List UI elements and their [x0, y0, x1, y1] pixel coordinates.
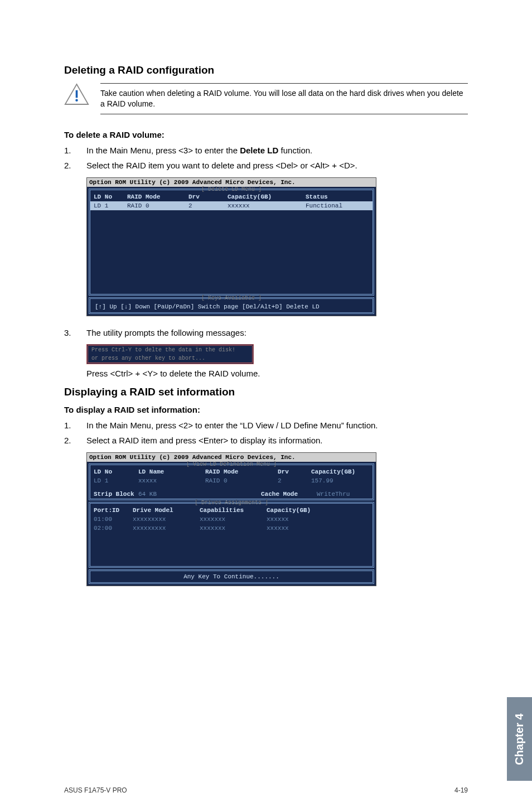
warning-icon: [64, 83, 89, 108]
cell: LD 1: [94, 477, 138, 484]
col-header: Port:ID: [94, 507, 133, 514]
step-text: Select a RAID item and press <Enter> to …: [86, 434, 468, 447]
text: function.: [278, 146, 312, 155]
cell: xxxxxxx: [200, 516, 267, 523]
col-header: Capacity(GB): [228, 194, 306, 200]
bios-delete-ld-screenshot: Option ROM Utility (c) 2009 Advanced Mic…: [86, 177, 376, 316]
col-header: LD No: [94, 194, 127, 200]
cell: xxxxxxxxx: [133, 516, 200, 523]
heading-deleting-raid: Deleting a RAID configuration: [64, 64, 468, 76]
cell: xxxxxx: [228, 202, 306, 209]
bios-confirm-prompt: Press Ctrl-Y to delte the data in the di…: [86, 344, 254, 364]
bios-view-ld-screenshot: Option ROM Utility (c) 2009 Advanced Mic…: [86, 452, 376, 586]
footer-page-number: 4-19: [454, 786, 468, 794]
cell: 2: [188, 202, 228, 209]
footer-product: ASUS F1A75-V PRO: [64, 786, 127, 794]
panel-title: [ Delete LD Menu ]: [90, 186, 373, 192]
step-number: 1.: [64, 144, 86, 157]
cell: 02:00: [94, 525, 133, 532]
col-header: Drv: [188, 194, 228, 200]
step-number: 2.: [64, 434, 86, 447]
col-header: Drv: [278, 468, 311, 475]
panel-title: [ Keys Available ]: [90, 295, 373, 301]
value: 64 KB: [138, 491, 188, 497]
col-header: Drive Model: [133, 507, 200, 514]
subtitle-display-info: To display a RAID set information:: [64, 405, 468, 414]
continue-prompt: Any Key To Continue.......: [90, 571, 373, 582]
cell: xxxxxxx: [200, 525, 267, 532]
table-row-selected: LD 1 RAID 0 2 xxxxxx Functional: [90, 201, 373, 210]
subtitle-delete-volume: To delete a RAID volume:: [64, 130, 468, 139]
col-header: Capabilities: [200, 507, 267, 514]
svg-point-1: [75, 99, 78, 102]
prompt-line: Press Ctrl-Y to delte the data in the di…: [88, 346, 252, 354]
label: Cache Mode: [261, 491, 317, 497]
label: Strip Block: [94, 491, 138, 497]
cell: xxxxxx: [267, 525, 333, 532]
text-bold: Delete LD: [240, 146, 278, 155]
cell: RAID 0: [127, 202, 188, 209]
keys-help: [↑] Up [↓] Down [PaUp/PaDn] Switch page …: [90, 301, 373, 312]
col-header: Capacity(GB): [267, 507, 333, 514]
cell: 01:00: [94, 516, 133, 523]
prompt-line: or press any other key to abort...: [88, 354, 252, 363]
cell: 2: [278, 477, 311, 484]
cell: Functional: [306, 202, 361, 209]
svg-rect-0: [76, 90, 78, 98]
cell: xxxxxxxxx: [133, 525, 200, 532]
caution-text: Take caution when deleting a RAID volume…: [100, 83, 468, 114]
col-header: LD No: [94, 468, 138, 475]
caution-notice: Take caution when deleting a RAID volume…: [64, 83, 468, 114]
col-header: RAID Mode: [127, 194, 188, 200]
heading-displaying-raid: Displaying a RAID set information: [64, 386, 468, 398]
chapter-tab: Chapter 4: [507, 697, 532, 781]
cell: 157.99: [311, 477, 361, 484]
text: In the Main Menu, press <3> to enter the: [86, 146, 240, 155]
cell: xxxxxx: [267, 516, 333, 523]
col-header: RAID Mode: [205, 468, 278, 475]
step-number: 2.: [64, 159, 86, 172]
cell: RAID 0: [205, 477, 278, 484]
col-header: Capacity(GB): [311, 468, 361, 475]
step-text: Select the RAID item you want to delete …: [86, 159, 468, 172]
cell: LD 1: [94, 202, 127, 209]
panel-title: [ View LD Defination Menu ]: [90, 461, 373, 467]
step-text: The utility prompts the following messag…: [86, 326, 468, 339]
chapter-label: Chapter 4: [513, 713, 526, 765]
step-number: 3.: [64, 326, 86, 339]
step-text: In the Main Menu, press <3> to enter the…: [86, 144, 468, 157]
col-header: LD Name: [138, 468, 205, 475]
panel-title: [ Drives Assignments ]: [90, 500, 373, 506]
step-text: In the Main Menu, press <2> to enter the…: [86, 419, 468, 432]
value: WriteThru: [317, 491, 361, 497]
bios-title: Option ROM Utility (c) 2009 Advanced Mic…: [87, 453, 376, 462]
step-number: 1.: [64, 419, 86, 432]
cell: xxxxx: [138, 477, 205, 484]
col-header: Status: [306, 194, 361, 200]
step-text: Press <Ctrl> + <Y> to delete the RAID vo…: [86, 369, 468, 378]
bios-title: Option ROM Utility (c) 2009 Advanced Mic…: [87, 178, 376, 187]
